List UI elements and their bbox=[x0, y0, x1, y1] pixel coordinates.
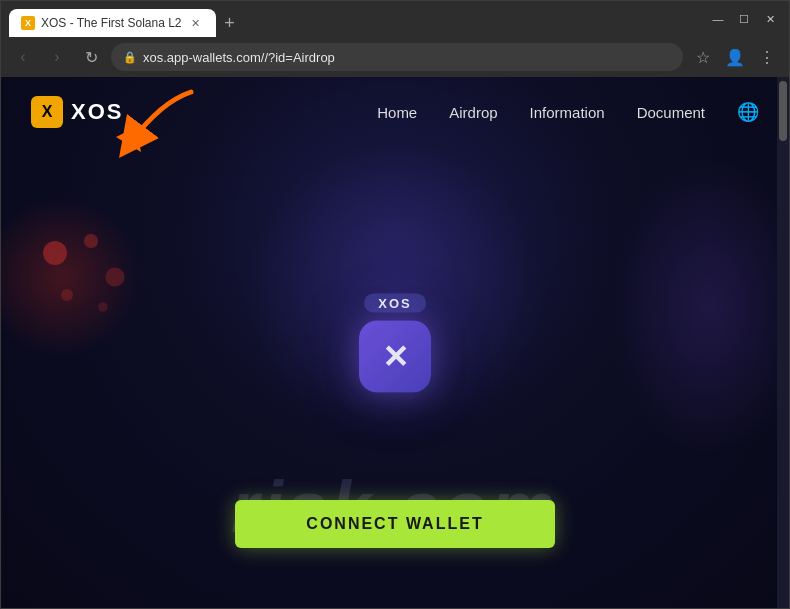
browser-frame: X XOS - The First Solana L2 ✕ + — ☐ ✕ ‹ … bbox=[0, 0, 790, 609]
maximize-button[interactable]: ☐ bbox=[733, 8, 755, 30]
address-bar[interactable]: 🔒 xos.app-wallets.com//?id=Airdrop bbox=[111, 43, 683, 71]
site-navbar: X XOS Home Airdrop Information Document … bbox=[1, 77, 789, 147]
center-content: XOS ✕ bbox=[359, 293, 431, 392]
connect-wallet-button[interactable]: CONNECT WALLET bbox=[235, 500, 555, 548]
toolbar-actions: ☆ 👤 ⋮ bbox=[689, 43, 781, 71]
xos-badge: XOS bbox=[364, 293, 425, 312]
globe-icon[interactable]: 🌐 bbox=[737, 101, 759, 123]
back-button[interactable]: ‹ bbox=[9, 43, 37, 71]
tab-close-button[interactable]: ✕ bbox=[188, 15, 204, 31]
nav-right-actions: 🌐 bbox=[737, 101, 759, 123]
nav-document[interactable]: Document bbox=[637, 104, 705, 121]
new-tab-button[interactable]: + bbox=[216, 9, 244, 37]
nav-home[interactable]: Home bbox=[377, 104, 417, 121]
window-controls: — ☐ ✕ bbox=[707, 8, 781, 30]
lock-icon: 🔒 bbox=[123, 51, 137, 64]
url-text: xos.app-wallets.com//?id=Airdrop bbox=[143, 50, 671, 65]
nav-airdrop[interactable]: Airdrop bbox=[449, 104, 497, 121]
scrollbar-thumb[interactable] bbox=[779, 81, 787, 141]
scrollbar[interactable] bbox=[777, 77, 789, 608]
xos-icon-symbol: ✕ bbox=[382, 337, 409, 375]
logo-text: XOS bbox=[71, 99, 123, 125]
profile-button[interactable]: 👤 bbox=[721, 43, 749, 71]
webpage-content: risk.com X XOS Home bbox=[1, 77, 789, 608]
connect-wallet-area: CONNECT WALLET bbox=[235, 500, 555, 548]
active-tab[interactable]: X XOS - The First Solana L2 ✕ bbox=[9, 9, 216, 37]
forward-button[interactable]: › bbox=[43, 43, 71, 71]
nav-links: Home Airdrop Information Document bbox=[377, 104, 705, 121]
title-bar: X XOS - The First Solana L2 ✕ + — ☐ ✕ bbox=[1, 1, 789, 37]
browser-toolbar: ‹ › ↻ 🔒 xos.app-wallets.com//?id=Airdrop… bbox=[1, 37, 789, 77]
close-button[interactable]: ✕ bbox=[759, 8, 781, 30]
tab-title: XOS - The First Solana L2 bbox=[41, 16, 182, 30]
tab-favicon: X bbox=[21, 16, 35, 30]
nav-information[interactable]: Information bbox=[530, 104, 605, 121]
bookmark-button[interactable]: ☆ bbox=[689, 43, 717, 71]
tab-strip: X XOS - The First Solana L2 ✕ + bbox=[9, 1, 244, 37]
site-logo[interactable]: X XOS bbox=[31, 96, 123, 128]
xos-logo-icon: ✕ bbox=[359, 320, 431, 392]
reload-button[interactable]: ↻ bbox=[77, 43, 105, 71]
logo-icon: X bbox=[31, 96, 63, 128]
minimize-button[interactable]: — bbox=[707, 8, 729, 30]
menu-button[interactable]: ⋮ bbox=[753, 43, 781, 71]
